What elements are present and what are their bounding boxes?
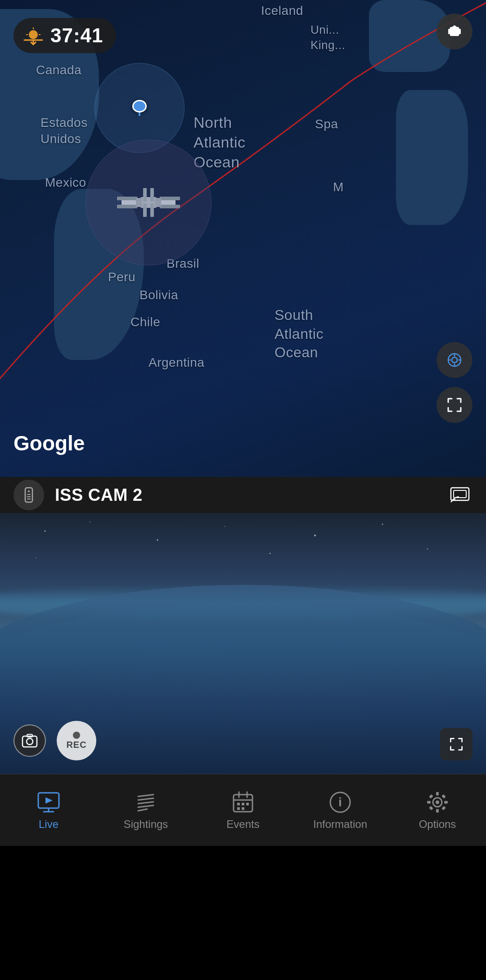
events-icon [231, 790, 255, 814]
svg-rect-74 [429, 806, 433, 810]
user-location-bubble[interactable] [94, 63, 184, 153]
svg-point-12 [29, 30, 38, 39]
target-button[interactable] [436, 342, 472, 378]
svg-line-50 [138, 795, 153, 796]
svg-line-54 [138, 809, 147, 811]
svg-rect-10 [136, 198, 142, 207]
svg-point-67 [436, 800, 439, 804]
svg-line-51 [138, 798, 153, 800]
record-button[interactable]: REC [57, 721, 96, 760]
svg-point-36 [157, 539, 158, 541]
rec-label: REC [66, 740, 86, 750]
iss-icon [117, 184, 180, 220]
svg-rect-5 [160, 205, 180, 208]
svg-rect-29 [27, 494, 31, 495]
svg-rect-3 [160, 197, 180, 200]
live-label: Live [39, 818, 58, 831]
svg-rect-8 [143, 203, 147, 217]
svg-point-35 [90, 521, 90, 522]
svg-rect-9 [150, 203, 154, 217]
events-label: Events [226, 818, 259, 831]
rec-dot [73, 732, 80, 739]
svg-point-44 [27, 738, 33, 745]
sightings-label: Sightings [124, 818, 168, 831]
camera-feed: REC [0, 513, 486, 774]
svg-rect-61 [246, 803, 249, 805]
svg-rect-70 [427, 801, 431, 804]
map-section[interactable]: Iceland Canada EstadosUnidos Mexico Nort… [0, 0, 486, 477]
camera-bar: ISS CAM 2 [0, 477, 486, 513]
svg-point-40 [427, 548, 428, 549]
svg-rect-1 [140, 197, 157, 208]
cam-title: ISS CAM 2 [55, 486, 436, 505]
remote-control-icon[interactable] [14, 480, 44, 510]
svg-text:i: i [338, 795, 342, 809]
sunset-icon [22, 25, 44, 46]
svg-rect-69 [436, 809, 439, 813]
google-watermark: Google [14, 431, 85, 455]
camera-controls: REC [14, 721, 96, 760]
information-label: Information [313, 818, 367, 831]
svg-rect-2 [117, 197, 137, 200]
africa-continent [396, 90, 468, 225]
sidebar-item-options[interactable]: Options [389, 783, 486, 838]
svg-rect-33 [454, 490, 466, 498]
svg-rect-75 [441, 806, 446, 810]
options-label: Options [419, 818, 456, 831]
svg-rect-30 [27, 496, 31, 497]
photo-button[interactable] [14, 724, 46, 757]
svg-rect-4 [117, 205, 137, 208]
information-icon: i [328, 790, 352, 814]
svg-rect-60 [242, 803, 244, 805]
map-fullscreen-button[interactable] [436, 387, 472, 423]
user-pin-tail [139, 112, 140, 116]
svg-marker-47 [45, 797, 53, 804]
svg-rect-73 [441, 794, 446, 799]
timer-badge: 37:41 [14, 18, 116, 53]
sidebar-item-live[interactable]: Live [0, 783, 97, 838]
svg-rect-71 [444, 801, 448, 804]
svg-rect-6 [143, 188, 147, 202]
bottom-navigation: Live Sightings [0, 774, 486, 846]
sidebar-item-events[interactable]: Events [194, 783, 292, 838]
svg-point-34 [45, 530, 46, 532]
options-icon [425, 790, 450, 814]
svg-rect-72 [429, 794, 433, 799]
timer-value: 37:41 [50, 24, 104, 47]
svg-line-53 [138, 805, 153, 807]
svg-rect-68 [436, 792, 439, 796]
svg-point-37 [225, 526, 225, 527]
svg-rect-59 [237, 803, 240, 805]
camera-fullscreen-button[interactable] [440, 728, 472, 760]
svg-point-28 [28, 490, 30, 492]
layers-button[interactable] [436, 13, 472, 49]
sidebar-item-sightings[interactable]: Sightings [97, 783, 194, 838]
svg-point-39 [382, 524, 383, 525]
svg-rect-63 [242, 807, 244, 810]
user-pin-circle [132, 100, 147, 112]
user-pin [131, 100, 148, 116]
sidebar-item-information[interactable]: i Information [292, 783, 389, 838]
svg-rect-62 [237, 807, 240, 810]
cast-button[interactable] [447, 485, 472, 505]
svg-point-42 [270, 553, 271, 554]
svg-point-38 [314, 535, 316, 536]
live-icon [36, 790, 61, 814]
svg-line-52 [138, 802, 153, 804]
iss-bubble[interactable] [86, 139, 212, 265]
svg-rect-7 [150, 188, 154, 202]
svg-rect-31 [27, 499, 31, 499]
svg-rect-43 [22, 736, 37, 747]
svg-rect-11 [155, 198, 161, 207]
sightings-icon [134, 790, 158, 814]
svg-point-22 [452, 357, 457, 363]
svg-point-41 [36, 557, 36, 558]
